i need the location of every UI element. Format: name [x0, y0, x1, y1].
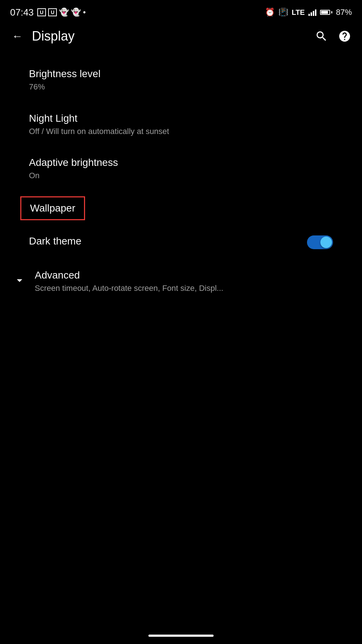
battery-body — [320, 10, 330, 15]
adaptive-brightness-value: On — [29, 171, 333, 181]
help-button[interactable] — [336, 28, 353, 45]
dark-theme-toggle[interactable] — [307, 235, 333, 249]
status-bar-left: 07:43 U U 👻 👻 • — [10, 7, 86, 18]
help-icon — [338, 30, 351, 43]
dark-theme-setting[interactable]: Dark theme — [0, 225, 362, 259]
snapchat-icon-1: 👻 — [59, 8, 69, 17]
signal-bar-2 — [311, 12, 312, 16]
toggle-track — [307, 235, 333, 249]
signal-bars — [308, 9, 316, 16]
dark-theme-left: Dark theme — [29, 235, 307, 249]
status-app-icons: U U 👻 👻 • — [37, 8, 86, 17]
signal-bar-3 — [313, 11, 314, 16]
dark-theme-title: Dark theme — [29, 235, 307, 247]
snapchat-icon-2: 👻 — [71, 8, 81, 17]
battery-icon — [320, 10, 332, 15]
app-bar: ← Display — [0, 22, 362, 51]
night-light-subtitle: Off / Will turn on automatically at suns… — [29, 126, 333, 137]
status-bar-right: ⏰ 📳 LTE 87% — [265, 8, 352, 17]
home-indicator — [148, 635, 214, 637]
app-icon-u1: U — [37, 8, 46, 16]
search-button[interactable] — [313, 28, 330, 45]
alarm-icon: ⏰ — [265, 8, 275, 17]
settings-list: Brightness level 76% Night Light Off / W… — [0, 51, 362, 311]
adaptive-brightness-setting[interactable]: Adaptive brightness On — [0, 147, 362, 191]
battery-percent: 87% — [336, 8, 352, 17]
app-icon-u2: U — [48, 8, 57, 16]
lte-label: LTE — [292, 8, 305, 17]
brightness-title: Brightness level — [29, 68, 333, 80]
advanced-chevron-icon — [10, 271, 29, 290]
battery-tip — [331, 11, 332, 13]
app-bar-actions — [313, 28, 353, 45]
chevron-down-icon — [13, 274, 26, 287]
toggle-thumb — [320, 237, 332, 248]
advanced-content: Advanced Screen timeout, Auto-rotate scr… — [29, 269, 333, 294]
back-arrow-icon: ← — [12, 30, 23, 42]
brightness-value: 76% — [29, 82, 333, 92]
signal-bar-1 — [308, 14, 310, 16]
advanced-title: Advanced — [35, 269, 333, 281]
wallpaper-highlight-box: Wallpaper — [20, 196, 85, 220]
status-time: 07:43 — [10, 7, 34, 18]
vibrate-icon: 📳 — [278, 8, 288, 17]
back-button[interactable]: ← — [9, 28, 26, 45]
search-icon — [315, 30, 328, 43]
dot-icon: • — [83, 8, 86, 17]
advanced-setting[interactable]: Advanced Screen timeout, Auto-rotate scr… — [0, 259, 362, 304]
brightness-setting[interactable]: Brightness level 76% — [0, 58, 362, 103]
night-light-setting[interactable]: Night Light Off / Will turn on automatic… — [0, 103, 362, 147]
wallpaper-title: Wallpaper — [30, 202, 75, 214]
page-title: Display — [32, 29, 313, 44]
adaptive-brightness-title: Adaptive brightness — [29, 157, 333, 168]
night-light-title: Night Light — [29, 113, 333, 124]
wallpaper-setting[interactable]: Wallpaper — [0, 191, 362, 225]
signal-bar-4 — [315, 9, 316, 16]
status-bar: 07:43 U U 👻 👻 • ⏰ 📳 LTE — [0, 0, 362, 22]
battery-fill — [321, 11, 328, 14]
advanced-subtitle: Screen timeout, Auto-rotate screen, Font… — [35, 283, 333, 294]
